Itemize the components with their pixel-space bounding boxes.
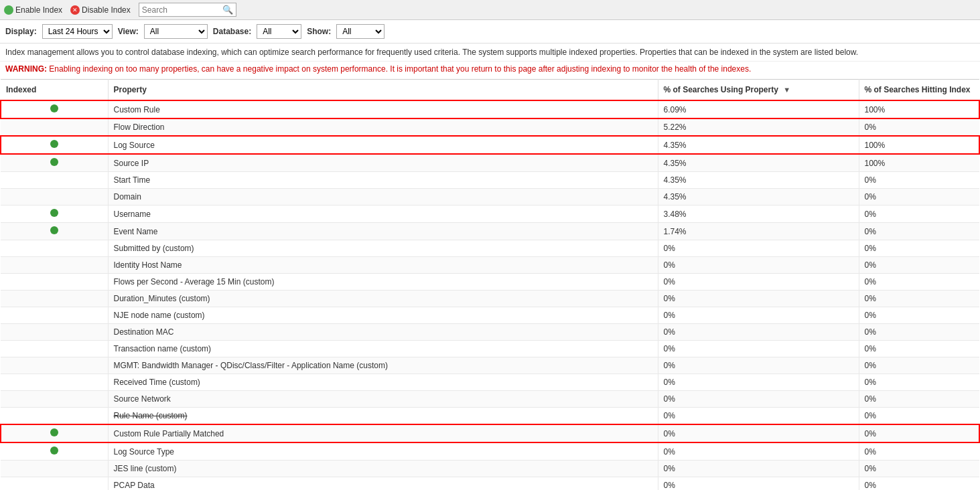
property-cell: Rule Name (custom)	[108, 408, 658, 425]
table-row[interactable]: NJE node name (custom)0%0%	[1, 307, 979, 324]
pct-hits-cell: 0%	[859, 341, 979, 357]
table-row[interactable]: JES line (custom)0%0%	[1, 461, 979, 477]
pct-hits-cell: 0%	[859, 118, 979, 136]
indexed-cell	[1, 189, 108, 206]
property-cell: Duration_Minutes (custom)	[108, 291, 658, 307]
property-cell: Flows per Second - Average 15 Min (custo…	[108, 274, 658, 291]
view-label: View:	[118, 27, 139, 36]
property-cell: JES line (custom)	[108, 461, 658, 477]
pct-hits-cell: 0%	[859, 274, 979, 291]
show-select[interactable]: All Custom Default	[336, 24, 384, 39]
property-cell: Source IP	[108, 154, 658, 172]
table-container: Indexed Property % of Searches Using Pro…	[0, 79, 980, 490]
table-row[interactable]: Identity Host Name0%0%	[1, 257, 979, 274]
database-select[interactable]: All Events Flows	[257, 24, 301, 39]
warning-label: WARNING:	[5, 64, 47, 74]
search-box: 🔍	[139, 3, 236, 17]
display-label: Display:	[5, 27, 37, 36]
table-header-row: Indexed Property % of Searches Using Pro…	[1, 80, 979, 101]
property-cell: Event Name	[108, 223, 658, 240]
table-row[interactable]: Username3.48%0%	[1, 206, 979, 223]
table-row[interactable]: Rule Name (custom)0%0%	[1, 408, 979, 425]
pct-searches-cell: 3.48%	[658, 206, 859, 223]
pct-hits-cell: 0%	[859, 307, 979, 324]
property-cell: NJE node name (custom)	[108, 307, 658, 324]
col-header-property: Property	[108, 80, 658, 101]
table-row[interactable]: MGMT: Bandwidth Manager - QDisc/Class/Fi…	[1, 357, 979, 374]
col-header-pct-searches[interactable]: % of Searches Using Property ▼	[658, 80, 859, 101]
disable-index-button[interactable]: Disable Index	[70, 5, 131, 15]
table-row[interactable]: Source Network0%0%	[1, 391, 979, 408]
indexed-cell	[1, 154, 108, 172]
table-row[interactable]: Domain4.35%0%	[1, 189, 979, 206]
table-row[interactable]: Custom Rule6.09%100%	[1, 100, 979, 118]
pct-searches-cell: 0%	[658, 442, 859, 461]
pct-hits-cell: 0%	[859, 223, 979, 240]
warning-text: WARNING: Enabling indexing on too many p…	[0, 62, 980, 79]
indexed-dot	[50, 140, 58, 148]
table-row[interactable]: Submitted by (custom)0%0%	[1, 240, 979, 257]
property-cell: Flow Direction	[108, 118, 658, 136]
property-cell: Destination MAC	[108, 324, 658, 341]
table-row[interactable]: Log Source Type0%0%	[1, 442, 979, 461]
table-row[interactable]: Duration_Minutes (custom)0%0%	[1, 291, 979, 307]
show-label: Show:	[307, 27, 331, 36]
table-row[interactable]: Received Time (custom)0%0%	[1, 374, 979, 391]
indexed-cell	[1, 408, 108, 425]
pct-hits-cell: 0%	[859, 424, 979, 442]
table-row[interactable]: Start Time4.35%0%	[1, 172, 979, 189]
indexed-cell	[1, 374, 108, 391]
pct-hits-cell: 0%	[859, 461, 979, 477]
table-row[interactable]: Log Source4.35%100%	[1, 136, 979, 154]
property-cell: Start Time	[108, 172, 658, 189]
property-cell: PCAP Data	[108, 477, 658, 491]
indexed-cell	[1, 240, 108, 257]
pct-searches-cell: 4.35%	[658, 189, 859, 206]
disable-index-label: Disable Index	[82, 5, 131, 15]
table-row[interactable]: Event Name1.74%0%	[1, 223, 979, 240]
pct-searches-cell: 0%	[658, 341, 859, 357]
pct-searches-cell: 4.35%	[658, 136, 859, 154]
search-input[interactable]	[142, 5, 222, 15]
pct-hits-cell: 0%	[859, 374, 979, 391]
table-row[interactable]: Custom Rule Partially Matched0%0%	[1, 424, 979, 442]
sort-arrow-icon: ▼	[783, 86, 790, 94]
indexed-cell	[1, 442, 108, 461]
filters-bar: Display: Last 24 Hours Last 7 Days Last …	[0, 20, 980, 44]
table-row[interactable]: Flow Direction5.22%0%	[1, 118, 979, 136]
indexed-cell	[1, 118, 108, 136]
pct-searches-cell: 4.35%	[658, 172, 859, 189]
property-cell: Transaction name (custom)	[108, 341, 658, 357]
indexed-dot	[50, 428, 58, 436]
indexed-cell	[1, 136, 108, 154]
pct-hits-cell: 0%	[859, 240, 979, 257]
enable-index-icon	[4, 5, 13, 15]
display-select[interactable]: Last 24 Hours Last 7 Days Last 30 Days	[42, 24, 113, 39]
table-row[interactable]: Destination MAC0%0%	[1, 324, 979, 341]
info-text: Index management allows you to control d…	[0, 44, 980, 62]
pct-searches-cell: 0%	[658, 408, 859, 425]
pct-searches-cell: 0%	[658, 240, 859, 257]
property-cell: Username	[108, 206, 658, 223]
pct-searches-cell: 4.35%	[658, 154, 859, 172]
table-body: Custom Rule6.09%100%Flow Direction5.22%0…	[1, 100, 979, 490]
indexed-cell	[1, 100, 108, 118]
indexed-cell	[1, 357, 108, 374]
indexed-cell	[1, 477, 108, 491]
table-row[interactable]: Transaction name (custom)0%0%	[1, 341, 979, 357]
col-header-indexed: Indexed	[1, 80, 108, 101]
indexed-cell	[1, 341, 108, 357]
table-row[interactable]: Source IP4.35%100%	[1, 154, 979, 172]
table-row[interactable]: Flows per Second - Average 15 Min (custo…	[1, 274, 979, 291]
indexed-cell	[1, 324, 108, 341]
view-select[interactable]: All Indexed Not Indexed	[144, 24, 208, 39]
pct-searches-cell: 0%	[658, 324, 859, 341]
indexed-dot	[50, 226, 58, 234]
pct-searches-cell: 0%	[658, 291, 859, 307]
property-cell: Received Time (custom)	[108, 374, 658, 391]
pct-searches-cell: 5.22%	[658, 118, 859, 136]
enable-index-button[interactable]: Enable Index	[4, 5, 62, 15]
pct-hits-cell: 0%	[859, 442, 979, 461]
indexed-dot	[50, 104, 58, 112]
table-row[interactable]: PCAP Data0%0%	[1, 477, 979, 491]
